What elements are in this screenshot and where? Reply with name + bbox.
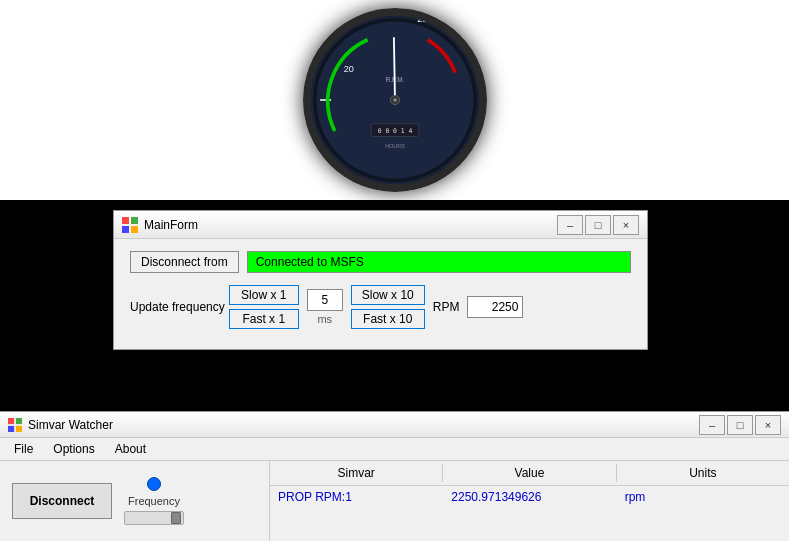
simvar-minimize-button[interactable]: –: [699, 415, 725, 435]
top-area: 5 10 15 20 25 30 35 R.P.M.: [0, 0, 789, 200]
svg-line-14: [393, 38, 394, 100]
col-header-units: Units: [617, 464, 789, 482]
svg-rect-24: [16, 425, 22, 431]
svg-rect-18: [131, 217, 138, 224]
disconnect-row: Disconnect from Connected to MSFS: [130, 251, 631, 273]
cell-value-1: 2250.971349626: [443, 490, 616, 504]
freq-center: ms: [307, 289, 343, 325]
menu-file[interactable]: File: [4, 440, 43, 458]
simvar-disconnect-button[interactable]: Disconnect: [12, 483, 112, 519]
svg-rect-21: [8, 418, 14, 424]
rpm-section: RPM 2250: [433, 296, 524, 318]
cell-units-1: rpm: [617, 490, 789, 504]
svg-text:20: 20: [343, 64, 353, 74]
table-header: Simvar Value Units: [270, 461, 789, 486]
svg-text:HOURS: HOURS: [385, 143, 405, 149]
minimize-button[interactable]: –: [557, 215, 583, 235]
frequency-indicator: [147, 477, 161, 491]
cell-simvar-1: PROP RPM:1: [270, 490, 443, 504]
col-header-simvar: Simvar: [270, 464, 443, 482]
svg-text:0 0 0 1 4: 0 0 0 1 4: [377, 127, 412, 135]
fast-x10-button[interactable]: Fast x 10: [351, 309, 425, 329]
main-form-window: MainForm – □ × Disconnect from Connected…: [113, 210, 648, 350]
main-form-title: MainForm: [144, 218, 198, 232]
col-header-value: Value: [443, 464, 616, 482]
freq-slider-container: [124, 511, 184, 525]
svg-text:15: 15: [311, 144, 315, 154]
simvar-icon: [8, 418, 22, 432]
svg-rect-23: [8, 425, 14, 431]
close-button[interactable]: ×: [613, 215, 639, 235]
rpm-value: 2250: [467, 296, 523, 318]
frequency-slider[interactable]: [124, 511, 184, 525]
simvar-titlebar: Simvar Watcher – □ ×: [0, 412, 789, 438]
svg-rect-20: [131, 226, 138, 233]
disconnect-from-button[interactable]: Disconnect from: [130, 251, 239, 273]
frequency-section: Frequency: [124, 477, 184, 525]
simvar-titlebar-buttons: – □ ×: [699, 415, 781, 435]
menu-about[interactable]: About: [105, 440, 156, 458]
form-body: Disconnect from Connected to MSFS Update…: [114, 239, 647, 349]
svg-text:25: 25: [417, 16, 427, 24]
simvar-title: Simvar Watcher: [28, 418, 113, 432]
connection-status: Connected to MSFS: [247, 251, 631, 273]
title-bar-left: MainForm: [122, 217, 198, 233]
freq-section-label: Frequency: [128, 495, 180, 507]
simvar-close-button[interactable]: ×: [755, 415, 781, 435]
frequency-label: Update frequency: [130, 300, 225, 314]
rpm-label: RPM: [433, 300, 460, 314]
slow-x10-button[interactable]: Slow x 10: [351, 285, 425, 305]
ms-label: ms: [317, 313, 332, 325]
title-bar-buttons: – □ ×: [557, 215, 639, 235]
right-panel: Simvar Value Units PROP RPM:1 2250.97134…: [270, 461, 789, 541]
menu-options[interactable]: Options: [43, 440, 104, 458]
simvar-menu: File Options About: [0, 438, 789, 461]
simvar-maximize-button[interactable]: □: [727, 415, 753, 435]
left-panel: Disconnect Frequency: [0, 461, 270, 541]
maximize-button[interactable]: □: [585, 215, 611, 235]
svg-rect-19: [122, 226, 129, 233]
fast-x1-button[interactable]: Fast x 1: [229, 309, 299, 329]
svg-rect-17: [122, 217, 129, 224]
rpm-gauge: 5 10 15 20 25 30 35 R.P.M.: [303, 8, 487, 192]
ms-input[interactable]: [307, 289, 343, 311]
title-bar: MainForm – □ ×: [114, 211, 647, 239]
simvar-titlebar-left: Simvar Watcher: [8, 418, 113, 432]
simvar-watcher-window: Simvar Watcher – □ × File Options About …: [0, 411, 789, 541]
svg-point-16: [393, 98, 397, 102]
slider-thumb: [171, 512, 181, 524]
slow-x1-button[interactable]: Slow x 1: [229, 285, 299, 305]
svg-rect-22: [16, 418, 22, 424]
frequency-row: Update frequency Slow x 1 Fast x 1 ms Sl…: [130, 285, 631, 329]
left-freq-buttons: Slow x 1 Fast x 1: [229, 285, 299, 329]
right-freq-buttons: Slow x 10 Fast x 10: [351, 285, 425, 329]
table-row: PROP RPM:1 2250.971349626 rpm: [270, 486, 789, 509]
simvar-content: Disconnect Frequency Simvar Value Units …: [0, 461, 789, 541]
app-icon: [122, 217, 138, 233]
